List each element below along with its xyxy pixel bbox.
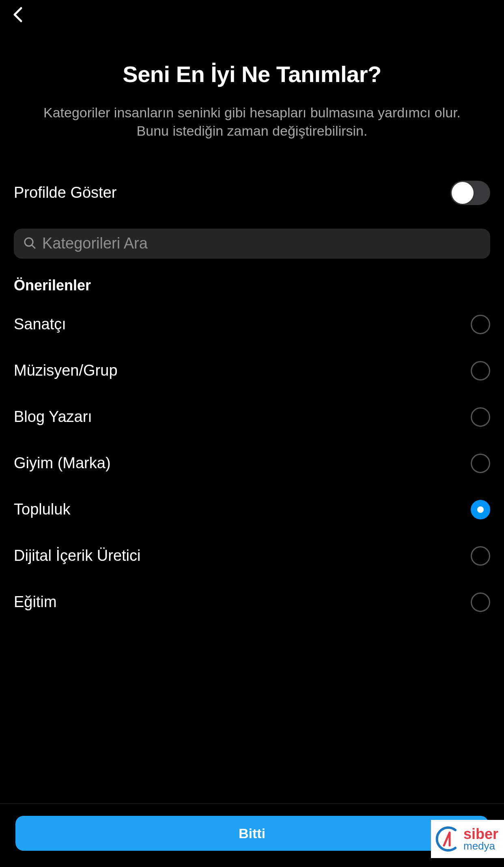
watermark-text-line1: siber — [463, 827, 498, 841]
category-item-education[interactable]: Eğitim — [14, 579, 490, 625]
category-item-community[interactable]: Topluluk — [14, 486, 490, 533]
toggle-knob — [452, 182, 474, 204]
radio-unchecked — [471, 546, 490, 566]
category-list: Sanatçı Müzisyen/Grup Blog Yazarı Giyim … — [14, 301, 490, 625]
show-on-profile-label: Profilde Göster — [14, 184, 116, 201]
search-icon — [24, 237, 36, 251]
show-on-profile-toggle[interactable] — [450, 181, 490, 205]
search-container[interactable] — [14, 229, 490, 259]
category-label: Dijital İçerik Üretici — [14, 547, 140, 564]
page-subtitle: Kategoriler insanların seninki gibi hesa… — [16, 104, 488, 140]
back-button[interactable] — [10, 6, 26, 23]
radio-unchecked — [471, 407, 490, 427]
done-button[interactable]: Bitti — [15, 816, 489, 851]
category-label: Blog Yazarı — [14, 408, 92, 426]
category-label: Topluluk — [14, 501, 70, 518]
chevron-left-icon — [12, 6, 24, 23]
category-label: Giyim (Marka) — [14, 454, 111, 472]
radio-unchecked — [471, 315, 490, 334]
radio-checked — [471, 500, 490, 519]
watermark-text-line2: medya — [463, 841, 498, 851]
category-label: Sanatçı — [14, 316, 66, 333]
category-item-digital-creator[interactable]: Dijital İçerik Üretici — [14, 533, 490, 579]
category-item-musician[interactable]: Müzisyen/Grup — [14, 348, 490, 394]
watermark-logo-icon — [435, 826, 461, 852]
suggested-heading: Önerilenler — [14, 277, 490, 294]
category-item-blogger[interactable]: Blog Yazarı — [14, 394, 490, 440]
svg-line-1 — [32, 245, 35, 248]
radio-unchecked — [471, 592, 490, 612]
watermark: siber medya — [431, 820, 504, 858]
category-item-clothing[interactable]: Giyim (Marka) — [14, 440, 490, 486]
radio-unchecked — [471, 454, 490, 473]
category-item-artist[interactable]: Sanatçı — [14, 301, 490, 348]
category-label: Eğitim — [14, 593, 57, 611]
page-title: Seni En İyi Ne Tanımlar? — [16, 61, 488, 87]
radio-unchecked — [471, 361, 490, 381]
category-label: Müzisyen/Grup — [14, 362, 118, 379]
search-input[interactable] — [42, 235, 480, 252]
